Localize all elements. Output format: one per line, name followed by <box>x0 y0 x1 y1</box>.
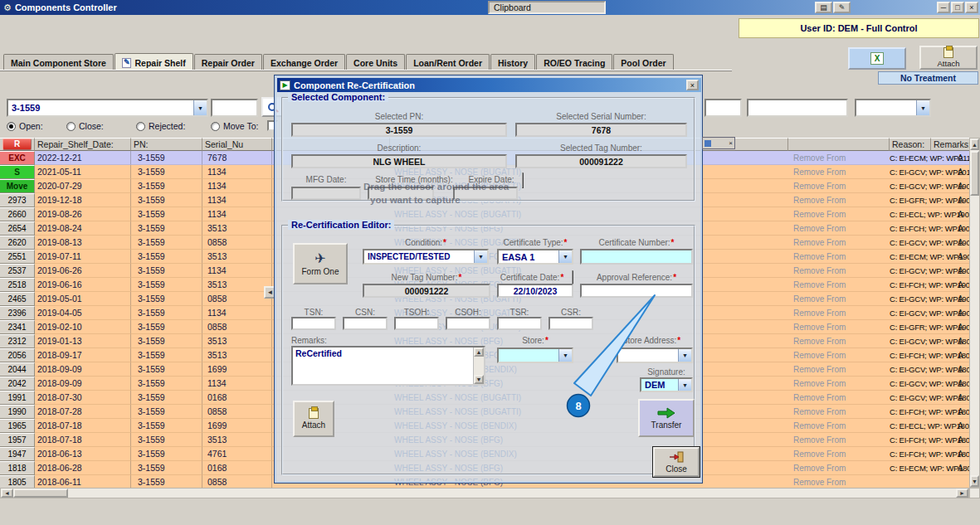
chevron-down-icon[interactable]: ▼ <box>678 379 691 391</box>
scroll-down-icon[interactable]: ▼ <box>970 475 979 487</box>
approval-reference-field[interactable] <box>580 284 693 298</box>
row-status-button[interactable]: 2341 <box>0 320 35 334</box>
certificate-type-combobox[interactable]: EASA 1 ▼ <box>497 249 573 265</box>
chevron-down-icon[interactable]: ▼ <box>558 250 572 263</box>
pn-combobox[interactable]: 3-1559 ▼ <box>7 99 208 117</box>
tab-repair-order[interactable]: Repair Order <box>194 54 262 70</box>
scroll-up-icon[interactable]: ▲ <box>970 139 979 150</box>
row-status-button[interactable]: 2042 <box>0 377 35 391</box>
dialog-close-button[interactable]: × <box>686 80 699 90</box>
row-status-button[interactable]: 2654 <box>0 221 35 236</box>
right-filter-combobox[interactable]: ▼ <box>855 99 931 117</box>
chevron-down-icon[interactable]: ▼ <box>558 349 572 362</box>
row-status-button[interactable]: 1991 <box>0 391 35 405</box>
row-status-button[interactable]: 1947 <box>0 447 35 461</box>
dialog-titlebar[interactable]: ▶ Component Re-Certification × <box>277 78 701 92</box>
row-status-button[interactable]: 2396 <box>0 306 35 320</box>
radio-rejected-label[interactable]: Rejected: <box>149 121 185 131</box>
certificate-date-field[interactable]: 22/10/2023 <box>497 284 573 298</box>
right-filter-field-2[interactable] <box>747 99 848 117</box>
export-excel-button[interactable]: X <box>848 47 906 70</box>
column-header-reason[interactable]: Reason: <box>890 138 931 151</box>
radio-close[interactable] <box>66 122 76 131</box>
tsr-field[interactable] <box>497 317 542 330</box>
row-status-button[interactable]: 2660 <box>0 207 35 221</box>
column-header-serial-number[interactable]: Serial_Nu <box>202 138 272 151</box>
chevron-down-icon[interactable]: ▼ <box>678 349 691 362</box>
pen-toolbar-button[interactable]: ✎ <box>833 2 851 13</box>
form-one-button[interactable]: ✈ Form One <box>293 243 348 284</box>
row-status-button[interactable]: 2537 <box>0 264 35 278</box>
row-status-button[interactable]: 1957 <box>0 433 35 447</box>
row-status-button[interactable]: Move <box>0 179 35 193</box>
tab-history[interactable]: History <box>490 54 535 70</box>
store-address-combobox[interactable]: ▼ <box>617 348 693 363</box>
column-header-remarks[interactable]: Remarks: <box>931 138 969 151</box>
row-status-button[interactable]: 2518 <box>0 278 35 292</box>
maximize-button[interactable]: □ <box>951 2 964 13</box>
horizontal-scrollbar[interactable]: ◄ ► <box>0 488 969 498</box>
mfg-date-field[interactable] <box>291 187 361 200</box>
tsn-field[interactable] <box>291 317 336 330</box>
scroll-up-icon[interactable]: ▲ <box>474 348 484 357</box>
row-status-button[interactable]: 2312 <box>0 334 35 348</box>
chevron-down-icon[interactable]: ▼ <box>916 100 929 115</box>
minimize-button[interactable]: ─ <box>937 2 950 13</box>
row-status-button[interactable]: 2551 <box>0 250 35 264</box>
remarks-scrollbar[interactable]: ▲ ▼ <box>473 348 484 384</box>
condition-combobox[interactable]: INSPECTED/TESTED ▼ <box>363 249 489 265</box>
filter-text-field[interactable] <box>211 99 258 117</box>
dialog-attach-button[interactable]: Attach <box>293 401 334 437</box>
tab-main-component-store[interactable]: Main Component Store <box>3 54 114 70</box>
row-status-button[interactable]: 2620 <box>0 236 35 250</box>
row-status-button[interactable]: S <box>0 165 35 179</box>
column-header-repair-shelf-date[interactable]: Repair_Shelf_Date: <box>35 138 131 151</box>
row-status-button[interactable]: 2973 <box>0 193 35 207</box>
row-status-button[interactable]: 1990 <box>0 405 35 419</box>
tab-core-units[interactable]: Core Units <box>346 54 405 70</box>
close-button[interactable]: × <box>965 2 978 13</box>
chevron-down-icon[interactable]: ▼ <box>193 100 207 115</box>
column-header-pn[interactable]: PN: <box>131 138 202 151</box>
row-status-button[interactable]: 1805 <box>0 475 35 488</box>
close-icon[interactable]: × <box>729 139 733 147</box>
tab-repair-shelf[interactable]: ✎ Repair Shelf <box>115 53 193 70</box>
scroll-left-icon[interactable]: ◄ <box>1 489 13 498</box>
tab-pool-order[interactable]: Pool Order <box>613 54 673 70</box>
tab-ro-eo-tracing[interactable]: RO/EO Tracing <box>536 54 612 70</box>
expire-date-calendar-icon[interactable] <box>522 173 524 188</box>
clipboard-panel[interactable]: Clipboard <box>488 1 606 14</box>
signature-combobox[interactable]: DEM ▼ <box>640 377 693 392</box>
csr-field[interactable] <box>549 317 593 330</box>
dialog-close-action-button[interactable]: Close <box>653 447 700 477</box>
transfer-button[interactable]: Transfer <box>638 399 695 437</box>
row-status-button[interactable]: 1965 <box>0 419 35 433</box>
tab-exchange-order[interactable]: Exchange Order <box>263 54 345 70</box>
capture-mini-widget[interactable]: × <box>702 137 735 149</box>
radio-rejected[interactable] <box>136 122 145 131</box>
horizontal-scrollbar-thumb[interactable] <box>13 489 68 498</box>
chevron-down-icon[interactable]: ▼ <box>474 250 487 263</box>
r-status-header-button[interactable]: R <box>2 139 32 150</box>
radio-open-label[interactable]: Open: <box>19 121 43 131</box>
row-status-button[interactable]: 2465 <box>0 292 35 306</box>
vertical-scrollbar[interactable]: ▲ ▼ <box>969 138 980 488</box>
store-combobox[interactable]: ▼ <box>497 348 573 363</box>
row-status-button[interactable]: EXC <box>0 151 35 165</box>
notes-toolbar-button[interactable]: ▤ <box>815 2 832 13</box>
tsoh-field[interactable] <box>394 317 439 330</box>
remarks-textarea[interactable]: ReCertified ▲ ▼ <box>291 346 485 386</box>
radio-close-label[interactable]: Close: <box>79 121 104 131</box>
right-filter-field-1[interactable] <box>705 99 742 117</box>
row-status-button[interactable]: 1818 <box>0 461 35 475</box>
row-status-button[interactable]: 2056 <box>0 348 35 362</box>
tab-loan-rent-order[interactable]: Loan/Rent Order <box>406 54 490 70</box>
attach-toolbar-button[interactable]: Attach <box>919 46 978 70</box>
row-status-button[interactable]: 2044 <box>0 362 35 377</box>
scroll-right-icon[interactable]: ► <box>956 489 968 498</box>
radio-move-to[interactable] <box>211 122 220 131</box>
certificate-number-field[interactable] <box>580 249 693 265</box>
scroll-down-icon[interactable]: ▼ <box>474 375 484 384</box>
csn-field[interactable] <box>343 317 388 330</box>
csoh-field[interactable] <box>446 317 490 330</box>
